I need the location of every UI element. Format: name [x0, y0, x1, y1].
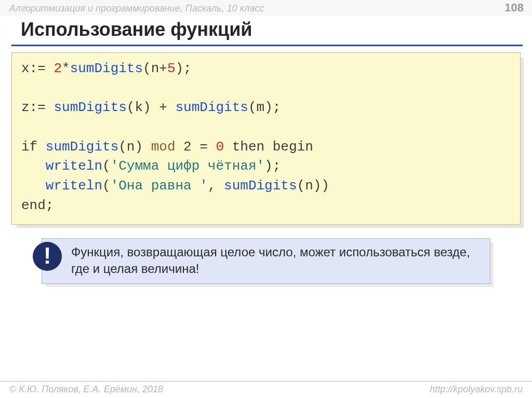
- footer-url: http://kpolyakov.spb.ru: [430, 384, 523, 395]
- note-block: ! Функция, возвращающая целое число, мож…: [42, 238, 490, 284]
- note-box: ! Функция, возвращающая целое число, мож…: [42, 238, 490, 284]
- code-block: x:= 2*sumDigits(n+5); z:= sumDigits(k) +…: [11, 52, 521, 225]
- header-subtitle: Алгоритмизация и программирование, Паска…: [9, 3, 264, 14]
- slide-footer: © К.Ю. Поляков, Е.А. Ерёмин, 2018 http:/…: [0, 381, 532, 395]
- exclamation-icon: !: [33, 242, 62, 271]
- page-number: 108: [504, 1, 524, 15]
- code-box: x:= 2*sumDigits(n+5); z:= sumDigits(k) +…: [11, 52, 521, 225]
- code-content: x:= 2*sumDigits(n+5); z:= sumDigits(k) +…: [21, 59, 511, 216]
- page-title: Использование функций: [21, 19, 252, 40]
- title-container: Использование функций: [0, 16, 532, 44]
- title-underline: [11, 45, 523, 46]
- copyright: © К.Ю. Поляков, Е.А. Ерёмин, 2018: [9, 384, 163, 395]
- slide-header: Алгоритмизация и программирование, Паска…: [0, 0, 532, 16]
- note-text: Функция, возвращающая целое число, может…: [71, 245, 470, 276]
